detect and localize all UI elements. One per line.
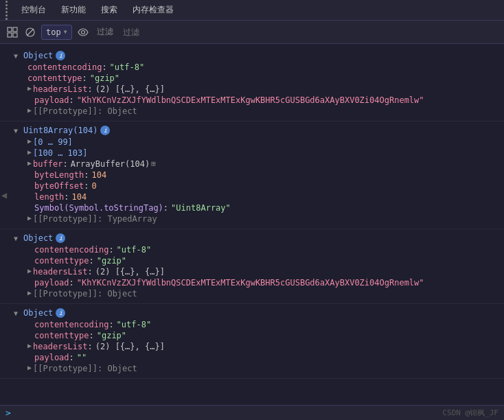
- prop-value: "gzip": [97, 256, 126, 266]
- prop-value: "KhYKCnVzZXJfYWdlbnQSCDExMTExMTExKgwKBHR…: [77, 95, 424, 105]
- top-dropdown[interactable]: top ▼: [41, 25, 72, 40]
- menu-item-console[interactable]: 控制台: [14, 1, 53, 19]
- expand-arrow-icon[interactable]: ▶: [27, 214, 32, 222]
- filter-input[interactable]: [120, 26, 229, 38]
- prop-value: 0: [91, 181, 96, 191]
- prop-key: headersList: [33, 342, 87, 351]
- console-prompt[interactable]: >: [5, 408, 11, 418]
- watermark: CSDN @锦枫_JF: [442, 408, 499, 418]
- prop-value: "": [77, 353, 87, 362]
- prop-value: "KhYKCnVzZXJfYWdlbnQSCDExMTExMTExKgwKBHR…: [77, 278, 424, 288]
- prop-value: "utf-8": [117, 245, 152, 255]
- prop-key: [0 … 99]: [33, 137, 73, 147]
- block-icon[interactable]: [23, 25, 37, 39]
- prop-key: contentencoding: [27, 62, 102, 72]
- obj1-type: Object: [23, 51, 53, 60]
- obj3-prototype: ▶ [[Prototype]]: Object: [14, 288, 494, 299]
- filter-label: 过滤: [97, 26, 113, 38]
- obj2-info-icon[interactable]: i: [100, 126, 110, 135]
- obj3-prop-headerslist: ▶ headersList : (2) [{…}, {…}]: [14, 266, 494, 277]
- menu-dots-icon[interactable]: [5, 1, 8, 20]
- menu-item-memoryinspector[interactable]: 内存检查器: [126, 1, 181, 19]
- buffer-icon: ⊞: [151, 159, 156, 168]
- menu-item-newfeature[interactable]: 新功能: [54, 1, 93, 19]
- prop-key: contenttype: [34, 331, 89, 340]
- svg-rect-0: [8, 27, 12, 32]
- obj1-prop-contenttype: contenttype : "gzip": [14, 73, 494, 84]
- prop-prototype: [[Prototype]]: TypedArray: [33, 214, 157, 224]
- obj1-prototype: ▶ [[Prototype]]: Object: [14, 106, 494, 117]
- obj2-collapse-icon[interactable]: ▼: [14, 127, 21, 135]
- svg-point-6: [81, 30, 84, 34]
- obj2-header: ▼ Uint8Array(104) i: [14, 126, 494, 135]
- prop-key: headersList: [33, 84, 87, 94]
- dropdown-arrow-icon: ▼: [64, 29, 67, 35]
- prop-prototype: [[Prototype]]: Object: [33, 106, 137, 116]
- expand-arrow-icon[interactable]: ▶: [27, 364, 32, 371]
- prop-key: contentencoding: [34, 245, 108, 255]
- obj4-header: ▼ Object i: [14, 308, 494, 318]
- menu-item-search[interactable]: 搜索: [94, 1, 124, 19]
- obj2-prop-byteoffset: byteOffset : 0: [14, 180, 494, 191]
- expand-arrow-icon[interactable]: ▶: [27, 342, 32, 349]
- layout-icon[interactable]: [5, 25, 19, 39]
- expand-arrow-icon[interactable]: ▶: [27, 84, 32, 92]
- svg-rect-2: [8, 33, 12, 37]
- obj1-collapse-icon[interactable]: ▼: [14, 52, 21, 60]
- obj3-prop-payload: payload : "KhYKCnVzZXJfYWdlbnQSCDExMTExM…: [14, 277, 494, 288]
- expand-arrow-icon[interactable]: ▶: [27, 267, 32, 275]
- object-block-4: ▼ Object i contentencoding : "utf-8" con…: [0, 304, 504, 379]
- obj4-collapse-icon[interactable]: ▼: [14, 310, 21, 317]
- prop-value: 104: [91, 170, 106, 180]
- obj4-prop-payload: payload : "": [14, 352, 494, 363]
- obj3-header: ▼ Object i: [14, 233, 494, 243]
- obj2-prop-length: length : 104: [14, 191, 494, 202]
- menu-bar: 控制台 新功能 搜索 内存检查器: [0, 0, 504, 21]
- prop-key: payload: [34, 278, 69, 288]
- obj4-prop-contentencoding: contentencoding : "utf-8": [14, 319, 494, 330]
- obj2-prop-buffer: ▶ buffer : ArrayBuffer(104) ⊞: [14, 159, 494, 170]
- prop-value: "gzip": [97, 331, 126, 340]
- expand-arrow-icon[interactable]: ▶: [27, 289, 32, 296]
- object-block-3: ▼ Object i contentencoding : "utf-8" con…: [0, 229, 504, 304]
- prop-key: Symbol(Symbol.toStringTag): [34, 203, 163, 213]
- svg-rect-3: [13, 33, 17, 37]
- prop-key: contentencoding: [34, 320, 108, 329]
- object-block-1: ▼ Object i contentencoding : "utf-8" con…: [0, 47, 504, 121]
- obj1-info-icon[interactable]: i: [56, 51, 65, 60]
- svg-line-5: [27, 29, 34, 36]
- obj3-prop-contentencoding: contentencoding : "utf-8": [14, 244, 494, 255]
- obj3-info-icon[interactable]: i: [56, 233, 65, 243]
- prop-value: "gzip": [90, 73, 119, 83]
- obj2-prototype: ▶ [[Prototype]]: TypedArray: [14, 213, 494, 224]
- expand-arrow-icon[interactable]: ▶: [27, 159, 32, 167]
- expand-arrow-icon[interactable]: ▶: [27, 148, 32, 156]
- prop-key: length: [34, 192, 64, 202]
- obj3-prop-contenttype: contenttype : "gzip": [14, 255, 494, 266]
- prop-value: "utf-8": [110, 62, 145, 72]
- prop-key: buffer: [33, 159, 62, 169]
- obj1-prop-payload: payload : "KhYKCnVzZXJfYWdlbnQSCDExMTExM…: [14, 95, 494, 106]
- obj4-info-icon[interactable]: i: [56, 308, 65, 318]
- prop-key: [100 … 103]: [33, 148, 87, 158]
- obj2-prop-bytelength: byteLength : 104: [14, 170, 494, 180]
- object-block-2: ▼ Uint8Array(104) i ▶ [0 … 99] ▶ [100 … …: [0, 121, 504, 229]
- left-collapse-arrow-icon[interactable]: ◀: [0, 181, 8, 209]
- obj3-collapse-icon[interactable]: ▼: [14, 235, 21, 242]
- prop-key: byteLength: [34, 170, 84, 180]
- expand-arrow-icon[interactable]: ▶: [27, 137, 32, 145]
- prop-prototype: [[Prototype]]: Object: [33, 364, 137, 373]
- obj4-prototype: ▶ [[Prototype]]: Object: [14, 363, 494, 374]
- prop-prototype: [[Prototype]]: Object: [33, 289, 137, 299]
- bottom-bar: > CSDN @锦枫_JF: [0, 405, 504, 420]
- prop-key: contenttype: [34, 256, 89, 266]
- obj1-prop-headerslist: ▶ headersList : (2) [{…}, {…}]: [14, 84, 494, 95]
- expand-arrow-icon[interactable]: ▶: [27, 106, 32, 114]
- prop-value: ArrayBuffer(104): [71, 159, 150, 169]
- prop-key: byteOffset: [34, 181, 84, 191]
- prop-value: 104: [72, 192, 87, 202]
- obj4-type: Object: [23, 308, 53, 318]
- obj2-prop-symbol: Symbol(Symbol.toStringTag) : "Uint8Array…: [14, 202, 494, 213]
- eye-icon[interactable]: [76, 25, 90, 39]
- top-label: top: [46, 27, 61, 37]
